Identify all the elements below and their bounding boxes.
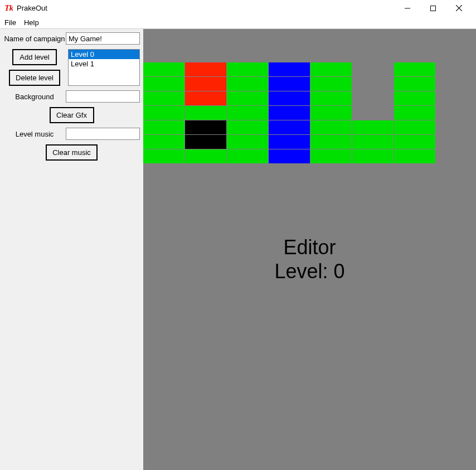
- minimize-icon: [405, 6, 410, 11]
- brick[interactable]: [352, 120, 394, 134]
- brick[interactable]: [394, 62, 435, 76]
- level-list[interactable]: Level 0Level 1: [68, 49, 140, 86]
- brick[interactable]: [269, 149, 310, 163]
- brick[interactable]: [143, 106, 184, 120]
- add-level-button[interactable]: Add level: [12, 49, 57, 65]
- brick[interactable]: [227, 135, 268, 149]
- brick[interactable]: [227, 120, 268, 134]
- campaign-name-label: Name of campaign: [3, 35, 66, 43]
- brick[interactable]: [310, 106, 352, 120]
- clear-music-button[interactable]: Clear music: [46, 144, 98, 161]
- brick[interactable]: [143, 149, 184, 163]
- brick[interactable]: [310, 91, 352, 105]
- brick[interactable]: [269, 62, 310, 76]
- brick[interactable]: [352, 149, 394, 163]
- clear-gfx-button[interactable]: Clear Gfx: [50, 107, 94, 123]
- brick[interactable]: [185, 77, 226, 91]
- sidebar: Name of campaign Add level Delete level …: [0, 29, 143, 470]
- svg-rect-1: [431, 6, 436, 11]
- brick[interactable]: [143, 91, 184, 105]
- brick[interactable]: [436, 106, 476, 120]
- brick[interactable]: [394, 135, 435, 149]
- brick[interactable]: [185, 135, 226, 149]
- brick[interactable]: [310, 135, 352, 149]
- brick[interactable]: [436, 120, 476, 134]
- brick[interactable]: [394, 106, 435, 120]
- minimize-button[interactable]: [395, 0, 420, 17]
- campaign-name-input[interactable]: [66, 32, 140, 45]
- content: Name of campaign Add level Delete level …: [0, 29, 476, 470]
- brick[interactable]: [269, 91, 310, 105]
- brick[interactable]: [143, 77, 184, 91]
- brick[interactable]: [269, 135, 310, 149]
- brick[interactable]: [269, 120, 310, 134]
- maximize-button[interactable]: [420, 0, 446, 17]
- maximize-icon: [430, 6, 436, 11]
- brick[interactable]: [227, 77, 268, 91]
- brick[interactable]: [436, 77, 476, 91]
- app-icon: Tk: [4, 4, 13, 13]
- brick[interactable]: [394, 77, 435, 91]
- brick[interactable]: [185, 106, 226, 120]
- brick[interactable]: [185, 149, 226, 163]
- brick[interactable]: [227, 91, 268, 105]
- brick[interactable]: [269, 106, 310, 120]
- brick[interactable]: [227, 106, 268, 120]
- brick[interactable]: [394, 149, 435, 163]
- background-input[interactable]: [66, 90, 140, 103]
- brick[interactable]: [352, 77, 394, 91]
- brick[interactable]: [143, 62, 184, 76]
- menubar: File Help: [0, 17, 476, 29]
- brick[interactable]: [352, 91, 394, 105]
- brick[interactable]: [227, 149, 268, 163]
- menu-file[interactable]: File: [4, 18, 16, 27]
- close-icon: [456, 5, 462, 11]
- brick[interactable]: [352, 106, 394, 120]
- brick[interactable]: [185, 62, 226, 76]
- editor-overlay-line2: Level: 0: [143, 259, 476, 283]
- brick[interactable]: [352, 62, 394, 76]
- background-label: Background: [3, 93, 66, 101]
- brick[interactable]: [436, 135, 476, 149]
- brick[interactable]: [394, 91, 435, 105]
- brick[interactable]: [436, 149, 476, 163]
- menu-help[interactable]: Help: [24, 18, 39, 27]
- editor-overlay-line1: Editor: [143, 235, 476, 259]
- editor-canvas[interactable]: Editor Level: 0: [143, 29, 476, 470]
- brick[interactable]: [352, 135, 394, 149]
- level-music-input[interactable]: [66, 128, 140, 140]
- brick[interactable]: [269, 77, 310, 91]
- editor-overlay-text: Editor Level: 0: [143, 235, 476, 283]
- level-list-item[interactable]: Level 1: [69, 59, 139, 69]
- close-button[interactable]: [446, 0, 472, 17]
- brick[interactable]: [436, 91, 476, 105]
- brick[interactable]: [310, 62, 352, 76]
- brick[interactable]: [143, 120, 184, 134]
- brick[interactable]: [310, 120, 352, 134]
- brick-grid[interactable]: [143, 62, 476, 163]
- brick[interactable]: [436, 62, 476, 76]
- level-music-label: Level music: [3, 130, 66, 138]
- level-list-item[interactable]: Level 0: [69, 50, 139, 59]
- brick[interactable]: [227, 62, 268, 76]
- brick[interactable]: [394, 120, 435, 134]
- brick[interactable]: [310, 149, 352, 163]
- brick[interactable]: [310, 77, 352, 91]
- window-title: PrakeOut: [17, 4, 47, 12]
- delete-level-button[interactable]: Delete level: [9, 70, 60, 86]
- brick[interactable]: [143, 135, 184, 149]
- titlebar: Tk PrakeOut: [0, 0, 476, 17]
- brick[interactable]: [185, 120, 226, 134]
- brick[interactable]: [185, 91, 226, 105]
